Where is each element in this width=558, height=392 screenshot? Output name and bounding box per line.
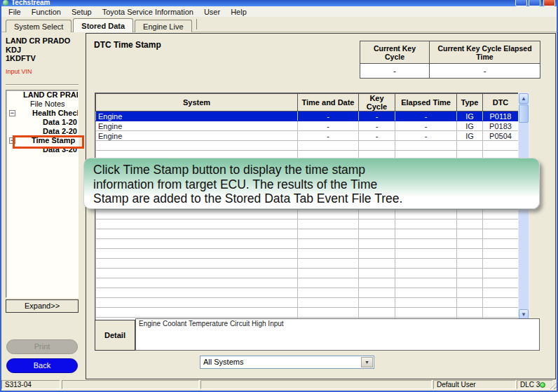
empty-table-row[interactable] — [96, 141, 519, 151]
maximize-icon[interactable] — [529, 0, 540, 6]
empty-cell — [298, 288, 359, 298]
menu-item-user[interactable]: User — [204, 8, 220, 16]
empty-cell — [483, 308, 519, 318]
minimize-icon[interactable] — [515, 0, 527, 6]
empty-cell — [483, 288, 519, 298]
tree-item-file-notes[interactable]: File Notes — [6, 100, 78, 109]
close-icon[interactable] — [543, 0, 555, 6]
chevron-down-icon[interactable]: ▼ — [361, 357, 373, 367]
status-user: Default User — [433, 380, 516, 389]
cell-key_cycle: - — [359, 121, 395, 131]
tree-item-label: LAND CR PRADO — [6, 90, 79, 100]
empty-cell — [359, 229, 395, 239]
table-row[interactable]: Engine---IGP0504 — [96, 131, 519, 141]
menu-item-function[interactable]: Function — [32, 8, 61, 16]
callout-line: information from target ECU. The results… — [93, 177, 533, 192]
app-icon — [3, 0, 8, 6]
tree-item-data-1-20[interactable]: Data 1-20 — [6, 118, 78, 127]
empty-table-row[interactable] — [96, 210, 519, 219]
empty-cell — [96, 249, 298, 259]
table-row[interactable]: Engine---IGP0118 — [96, 111, 519, 121]
system-filter-dropdown[interactable]: All Systems ▼ — [200, 356, 374, 369]
status-screen-code: S313-04 — [1, 380, 60, 389]
empty-cell — [359, 278, 395, 288]
key-cycle-header-row: Current Key CycleCurrent Key Cycle Elaps… — [360, 41, 540, 64]
column-header-system[interactable]: System — [96, 94, 298, 111]
back-button[interactable]: Back — [6, 358, 78, 373]
empty-cell — [457, 210, 483, 219]
window-title: Techstream — [11, 0, 50, 6]
tab-stored-data[interactable]: Stored Data — [73, 18, 133, 32]
connection-status-icon — [540, 382, 545, 388]
empty-cell — [359, 269, 395, 278]
cell-time_and_date: - — [298, 121, 359, 131]
empty-cell — [359, 308, 395, 318]
empty-cell — [96, 210, 298, 219]
scroll-up-icon[interactable]: ▲ — [519, 93, 529, 104]
empty-cell — [457, 141, 483, 151]
tab-system-select[interactable]: System Select — [6, 20, 72, 32]
empty-cell — [395, 210, 457, 219]
empty-cell — [483, 239, 519, 249]
menu-item-toyota-service-information[interactable]: Toyota Service Information — [102, 8, 193, 16]
tree-item-label: Health Check — [6, 109, 79, 118]
empty-table-row[interactable] — [96, 269, 519, 278]
status-connection: DLC 3 — [517, 380, 553, 389]
scrollbar-thumb[interactable] — [519, 104, 529, 123]
key-cycle-header: Current Key Cycle — [360, 41, 430, 64]
empty-table-row[interactable] — [96, 229, 519, 239]
empty-cell — [359, 249, 395, 259]
empty-cell — [298, 269, 359, 278]
empty-cell — [457, 239, 483, 249]
callout-line: Stamp are added to the Stored Data Tab E… — [93, 191, 533, 206]
empty-table-row[interactable] — [96, 288, 519, 298]
empty-cell — [96, 229, 298, 239]
collapse-minus-icon[interactable]: − — [9, 110, 15, 116]
empty-table-row[interactable] — [96, 308, 519, 318]
cell-system: Engine — [96, 131, 298, 141]
empty-cell — [457, 308, 483, 318]
cell-elapsed_time: - — [395, 131, 457, 141]
expand-button[interactable]: Expand>> — [6, 299, 79, 313]
tab-engine-live[interactable]: Engine Live — [135, 20, 192, 32]
empty-table-row[interactable] — [96, 219, 519, 229]
empty-cell — [359, 219, 395, 229]
menu-item-setup[interactable]: Setup — [72, 8, 92, 16]
empty-cell — [457, 278, 483, 288]
column-header-dtc[interactable]: DTC — [483, 94, 519, 111]
empty-cell — [395, 259, 457, 269]
empty-table-row[interactable] — [96, 259, 519, 269]
empty-table-row[interactable] — [96, 298, 519, 308]
empty-cell — [457, 249, 483, 259]
empty-cell — [483, 249, 519, 259]
time-stamp-highlight-box — [13, 135, 84, 149]
key-cycle-summary-table: Current Key CycleCurrent Key Cycle Elaps… — [360, 41, 540, 79]
empty-table-row[interactable] — [96, 239, 519, 249]
empty-cell — [395, 141, 457, 151]
empty-cell — [483, 259, 519, 269]
dtc-table-header-row: SystemTime and DateKey CycleElapsed Time… — [96, 94, 519, 111]
empty-table-row[interactable] — [96, 249, 519, 259]
empty-cell — [483, 219, 519, 229]
print-button[interactable]: Print — [6, 339, 78, 354]
table-row[interactable]: Engine---IGP0183 — [96, 121, 519, 131]
vehicle-info-line: LAND CR PRADO — [6, 36, 70, 46]
empty-cell — [298, 210, 359, 219]
column-header-elapsed-time[interactable]: Elapsed Time — [395, 94, 457, 111]
tree-item-land-cr-prado[interactable]: LAND CR PRADO — [6, 90, 78, 100]
cell-type: IG — [457, 131, 483, 141]
dtc-table-wrap: SystemTime and DateKey CycleElapsed Time… — [95, 93, 519, 328]
empty-cell — [395, 308, 457, 318]
column-header-time-and-date[interactable]: Time and Date — [298, 94, 359, 111]
column-header-key-cycle[interactable]: Key Cycle — [359, 94, 395, 111]
vin-note: Input VIN — [6, 68, 32, 75]
event-file-tree: LAND CR PRADOFile Notes−Health CheckData… — [6, 90, 79, 298]
column-header-type[interactable]: Type — [457, 94, 483, 111]
menu-item-help[interactable]: Help — [231, 8, 247, 16]
menu-item-file[interactable]: File — [8, 8, 21, 16]
empty-cell — [298, 239, 359, 249]
tree-item-health-check[interactable]: −Health Check — [6, 109, 78, 118]
empty-table-row[interactable] — [96, 278, 519, 288]
key-cycle-value: - — [360, 64, 430, 79]
cell-dtc: P0183 — [483, 121, 519, 131]
